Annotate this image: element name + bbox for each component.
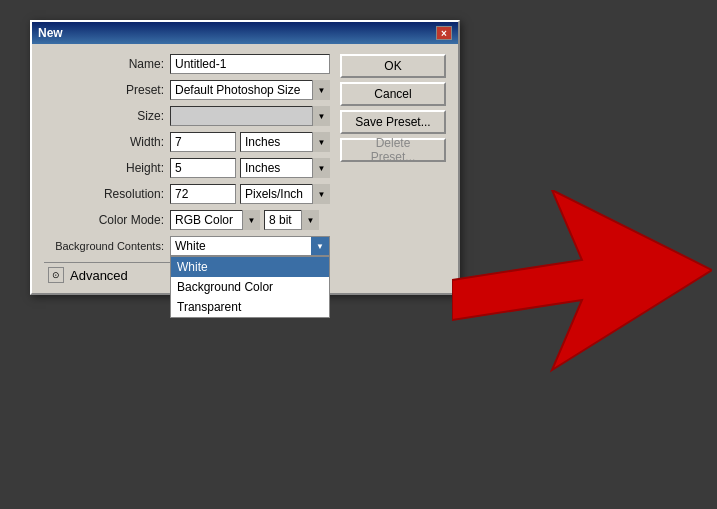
red-arrow-indicator <box>452 190 712 390</box>
bg-contents-dropdown-list: White Background Color Transparent <box>170 256 330 318</box>
delete-preset-button[interactable]: Delete Preset... <box>340 138 446 162</box>
resolution-input[interactable] <box>170 184 236 204</box>
preset-arrow-icon[interactable]: ▼ <box>312 80 330 100</box>
name-input[interactable] <box>170 54 330 74</box>
bg-contents-value: White <box>175 239 206 253</box>
color-mode-label: Color Mode: <box>44 213 164 227</box>
size-select[interactable] <box>170 106 330 126</box>
color-depth-arrow-icon[interactable]: ▼ <box>301 210 319 230</box>
resolution-row: Resolution: Pixels/Inch ▼ <box>44 184 330 204</box>
dropdown-item-transparent[interactable]: Transparent <box>171 297 329 317</box>
width-input[interactable] <box>170 132 236 152</box>
preset-row: Preset: Default Photoshop Size ▼ <box>44 80 330 100</box>
color-mode-arrow-icon[interactable]: ▼ <box>242 210 260 230</box>
buttons-area: OK Cancel Save Preset... Delete Preset..… <box>340 54 446 283</box>
save-preset-button[interactable]: Save Preset... <box>340 110 446 134</box>
bg-contents-dropdown-container: White ▼ White Background Color Transpare… <box>170 236 330 256</box>
advanced-label: Advanced <box>70 268 128 283</box>
bg-contents-arrow-icon[interactable]: ▼ <box>311 237 329 255</box>
size-label: Size: <box>44 109 164 123</box>
resolution-unit-arrow-icon[interactable]: ▼ <box>312 184 330 204</box>
dropdown-item-background-color[interactable]: Background Color <box>171 277 329 297</box>
height-input[interactable] <box>170 158 236 178</box>
dropdown-item-white[interactable]: White <box>171 257 329 277</box>
width-row: Width: Inches ▼ <box>44 132 330 152</box>
close-icon: × <box>441 28 447 39</box>
size-arrow-icon[interactable]: ▼ <box>312 106 330 126</box>
width-unit-arrow-icon[interactable]: ▼ <box>312 132 330 152</box>
close-button[interactable]: × <box>436 26 452 40</box>
size-row: Size: ▼ <box>44 106 330 126</box>
cancel-button[interactable]: Cancel <box>340 82 446 106</box>
preset-select[interactable]: Default Photoshop Size <box>170 80 330 100</box>
height-row: Height: Inches ▼ <box>44 158 330 178</box>
preset-label: Preset: <box>44 83 164 97</box>
name-label: Name: <box>44 57 164 71</box>
bg-contents-label: Background Contents: <box>44 240 164 252</box>
color-mode-row: Color Mode: RGB Color ▼ 8 bit ▼ <box>44 210 330 230</box>
dialog-body: Name: Preset: Default Photoshop Size ▼ S… <box>32 44 458 293</box>
form-area: Name: Preset: Default Photoshop Size ▼ S… <box>44 54 330 283</box>
svg-marker-0 <box>452 190 712 370</box>
ok-button[interactable]: OK <box>340 54 446 78</box>
new-dialog: New × Name: Preset: Default Photoshop Si… <box>30 20 460 295</box>
bg-contents-field[interactable]: White ▼ <box>170 236 330 256</box>
expand-icon: ⊙ <box>52 270 60 280</box>
height-unit-arrow-icon[interactable]: ▼ <box>312 158 330 178</box>
dialog-title: New <box>38 26 63 40</box>
title-bar: New × <box>32 22 458 44</box>
bg-contents-row: Background Contents: White ▼ White Backg… <box>44 236 330 256</box>
resolution-label: Resolution: <box>44 187 164 201</box>
name-row: Name: <box>44 54 330 74</box>
advanced-expand-button[interactable]: ⊙ <box>48 267 64 283</box>
width-label: Width: <box>44 135 164 149</box>
height-label: Height: <box>44 161 164 175</box>
